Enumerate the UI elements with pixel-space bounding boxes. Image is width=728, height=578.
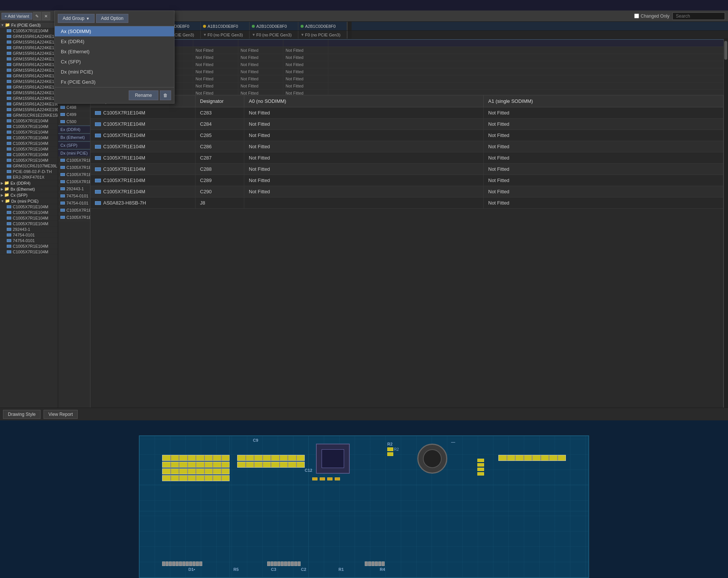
big-table-row[interactable]: C1005X7R1E104MC289Not FittedNot Fitted bbox=[90, 175, 723, 186]
sidebar-item[interactable]: C1005X7R1E104M bbox=[0, 146, 58, 152]
sidebar-item[interactable]: ERJ-2RKF4701X bbox=[0, 175, 58, 180]
table-cell bbox=[238, 40, 283, 47]
big-table-overlay: Component Designator A0 (no SODIMM) A1 (… bbox=[90, 95, 723, 417]
changed-only-label[interactable]: Changed Only bbox=[634, 14, 669, 19]
big-table-row[interactable]: AS0A823-H8SB-7HJ8Not Fitted bbox=[90, 197, 723, 209]
sidebar-item[interactable]: GRM155R61A224KE19D bbox=[0, 62, 58, 68]
big-cell-a0: Not Fitted bbox=[244, 130, 484, 141]
folder-icon: 📁 bbox=[4, 193, 9, 197]
sidebar-item[interactable]: PCIE-098-02-F-D-TH bbox=[0, 169, 58, 175]
sidebar-group-cx-label: Cx (SFP) bbox=[11, 193, 27, 197]
add-variant-button[interactable]: + Add Variant bbox=[2, 13, 32, 20]
big-cell-a0: Not Fitted bbox=[244, 141, 484, 152]
big-table-row[interactable]: C1005X7R1E104MC286Not FittedNot Fitted bbox=[90, 141, 723, 152]
big-table-row[interactable]: C1005X7R1E104MC285Not FittedNot Fitted bbox=[90, 130, 723, 141]
big-table-header-a1: A1 (single SODIMM) bbox=[484, 95, 723, 107]
rename-button[interactable]: Rename bbox=[129, 90, 158, 100]
dropdown-list-item[interactable]: Ax (SODIMM) bbox=[55, 26, 174, 36]
sidebar-item[interactable]: GRM155R61A224KE19D bbox=[0, 51, 58, 56]
table-cell: Not Fitted bbox=[283, 47, 328, 54]
big-cell-component: C1005X7R1E104M bbox=[90, 130, 196, 141]
big-cell-a0: Not Fitted bbox=[244, 175, 484, 186]
sidebar-group-fx[interactable]: ▼ 📁 Fx (PCIE Gen3) bbox=[0, 22, 58, 28]
sidebar-item[interactable]: C1005X7R1E104M bbox=[0, 158, 58, 163]
add-option-button[interactable]: Add Option bbox=[96, 14, 128, 23]
sidebar-item[interactable]: C1005X7R1E104M bbox=[0, 118, 58, 124]
big-table-row[interactable]: C1005X7R1E104MC287Not FittedNot Fitted bbox=[90, 152, 723, 164]
drawing-style-button[interactable]: Drawing Style bbox=[3, 410, 41, 419]
sidebar-tree: ▼ 📁 Fx (PCIE Gen3) C1005X7R1E104MGRM155R… bbox=[0, 22, 58, 420]
delete-button[interactable]: 🗑 bbox=[160, 90, 171, 100]
sidebar-item[interactable]: GRM31CR6J107ME39L bbox=[0, 163, 58, 169]
sidebar-item[interactable]: C1005X7R1E104M bbox=[0, 152, 58, 158]
scroll-v[interactable] bbox=[723, 39, 728, 417]
table-cell: Not Fitted bbox=[283, 61, 328, 68]
dropdown-list-item[interactable]: Ex (DDR4) bbox=[55, 36, 174, 47]
sidebar-group-bx[interactable]: ▶ 📁 Bx (Ethernet) bbox=[0, 186, 58, 192]
sidebar-item[interactable]: C1005X7R1E104M bbox=[0, 215, 58, 221]
sidebar-item[interactable]: GRM155R61A224KE19D bbox=[0, 39, 58, 45]
dropdown-list-item[interactable]: Fx (PCIE Gen3) bbox=[55, 77, 174, 87]
sidebar-item[interactable]: GRM155R61A224KE19D bbox=[0, 73, 58, 79]
big-cell-component: C1005X7R1E104M bbox=[90, 119, 196, 129]
big-table-row[interactable]: C1005X7R1E104MC283Not FittedNot Fitted bbox=[90, 107, 723, 119]
sidebar-item[interactable]: GRM155R61A224KE19D bbox=[0, 84, 58, 90]
sidebar-item[interactable]: GRM155R61A224KE19D bbox=[0, 79, 58, 84]
sidebar-toolbar: + Add Variant ✎ ✕ bbox=[0, 11, 58, 22]
sidebar-item[interactable]: GRM155R61A224KE19D bbox=[0, 101, 58, 107]
sidebar-item[interactable]: C1005X7R1E104M bbox=[0, 204, 58, 210]
arrow-icon: ▶ bbox=[1, 181, 3, 185]
sidebar-item[interactable]: C1005X7R1E104M bbox=[0, 129, 58, 135]
table-cell: Not Fitted bbox=[238, 68, 283, 75]
sidebar-item[interactable]: 292443-1 bbox=[0, 227, 58, 232]
sidebar-item[interactable]: C1005X7R1E104M bbox=[0, 141, 58, 146]
sidebar-item[interactable]: GRM31CR61E226KE15L bbox=[0, 113, 58, 118]
sidebar-group-ex[interactable]: ▶ 📁 Ex (DDR4) bbox=[0, 180, 58, 186]
sub-col-5: ▼ F0 (no PCIE Gen3) bbox=[298, 31, 347, 39]
big-cell-a0: Not Fitted bbox=[244, 164, 484, 175]
dropdown-list-item[interactable]: Cx (SFP) bbox=[55, 57, 174, 67]
sidebar-dx-items: C1005X7R1E104MC1005X7R1E104MC1005X7R1E10… bbox=[0, 204, 58, 255]
table-cell bbox=[283, 40, 328, 47]
add-group-button[interactable]: Add Group ▼ bbox=[58, 14, 95, 23]
sidebar-item[interactable]: GRM155R61A224KE19D bbox=[0, 68, 58, 73]
sidebar-item[interactable]: C1005X7R1E104M bbox=[0, 28, 58, 34]
sidebar-item[interactable]: GRM155R61A224KE19D bbox=[0, 107, 58, 113]
table-cell: Not Fitted bbox=[283, 83, 328, 89]
folder-icon: 📁 bbox=[5, 199, 10, 203]
sidebar-item[interactable]: GRM155R61A224KE19D bbox=[0, 56, 58, 62]
sidebar-item[interactable]: GRM155R61A224KE19D bbox=[0, 96, 58, 101]
big-table-row[interactable]: C1005X7R1E104MC288Not FittedNot Fitted bbox=[90, 164, 723, 175]
table-cell: Not Fitted bbox=[238, 75, 283, 82]
sidebar-item[interactable]: C1005X7R1E104M bbox=[0, 221, 58, 227]
delete-icon-button[interactable]: ✕ bbox=[42, 12, 50, 20]
sidebar-item[interactable]: GRM155R61A224KE19D bbox=[0, 90, 58, 96]
variant-col-3: A1B1C0D0E8F0 bbox=[201, 22, 250, 30]
big-cell-a1: Not Fitted bbox=[484, 130, 723, 141]
sidebar-item[interactable]: 74754-0101 bbox=[0, 238, 58, 244]
sidebar-item[interactable]: C1005X7R1E104M bbox=[0, 124, 58, 129]
big-table-row[interactable]: C1005X7R1E104MC290Not FittedNot Fitted bbox=[90, 186, 723, 197]
arrow-icon: ▶ bbox=[1, 187, 3, 191]
sidebar-item[interactable]: 74754-0101 bbox=[0, 232, 58, 238]
sidebar-item[interactable]: GRM155R61A224KE19D bbox=[0, 34, 58, 39]
sidebar-group-dx[interactable]: ▼ 📁 Dx (mini PCIE) bbox=[0, 198, 58, 204]
edit-icon-button[interactable]: ✎ bbox=[33, 12, 41, 20]
sidebar-item[interactable]: C1005X7R1E104M bbox=[0, 249, 58, 255]
big-table-row[interactable]: C1005X7R1E104MC284Not FittedNot Fitted bbox=[90, 119, 723, 130]
sidebar-item[interactable]: GRM155R61A224KE19D bbox=[0, 45, 58, 51]
sidebar-item[interactable]: C1005X7R1E104M bbox=[0, 135, 58, 141]
big-cell-a0: Not Fitted bbox=[244, 186, 484, 197]
table-cell: Not Fitted bbox=[238, 47, 283, 54]
sidebar-group-cx[interactable]: ▶ 📁 Cx (SFP) bbox=[0, 192, 58, 198]
sidebar-group-ex-label: Ex (DDR4) bbox=[11, 181, 30, 185]
changed-only-checkbox[interactable] bbox=[634, 14, 639, 18]
view-report-button[interactable]: View Report bbox=[44, 410, 78, 419]
dropdown-list-item[interactable]: Bx (Ethernet) bbox=[55, 47, 174, 57]
arrow-icon: ▶ bbox=[1, 193, 3, 197]
search-input[interactable] bbox=[672, 12, 725, 20]
sidebar-item[interactable]: C1005X7R1E104M bbox=[0, 244, 58, 249]
dropdown-list-item[interactable]: Dx (mini PCIE) bbox=[55, 67, 174, 77]
sidebar-item[interactable]: C1005X7R1E104M bbox=[0, 210, 58, 215]
big-cell-designator: J8 bbox=[196, 197, 244, 208]
